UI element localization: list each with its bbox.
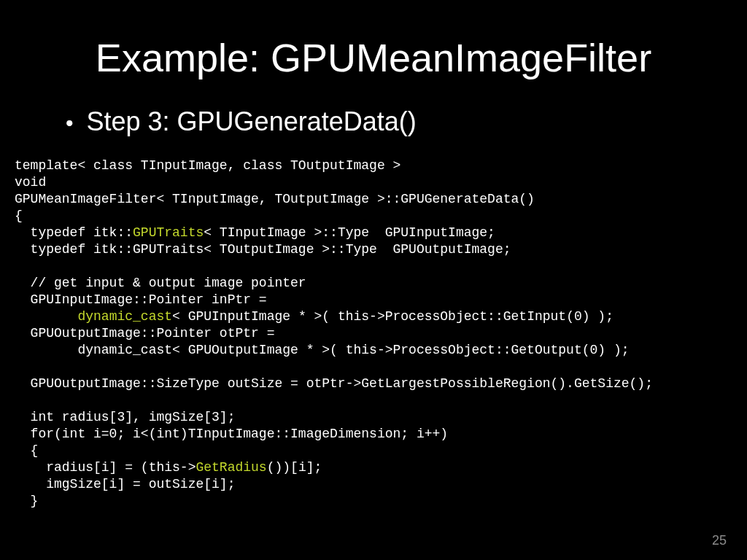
- code-line: template< class TInputImage, class TOutp…: [15, 158, 400, 173]
- page-number: 25: [712, 533, 727, 548]
- slide: Example: GPUMeanImageFilter • Step 3: GP…: [0, 0, 747, 560]
- code-line: GPUOutputImage::Pointer otPtr =: [15, 326, 282, 341]
- code-line: // get input & output image pointer: [15, 276, 306, 290]
- code-line: int radius[3], imgSize[3];: [15, 410, 235, 424]
- code-line: imgSize[i] = outSize[i];: [15, 477, 235, 491]
- code-line: GPUOutputImage::SizeType outSize = otPtr…: [15, 376, 653, 391]
- code-line: }: [15, 494, 38, 508]
- code-line: < GPUInputImage * >( this->ProcessObject…: [172, 309, 614, 324]
- code-line: typedef itk::GPUTraits< TOutputImage >::…: [15, 242, 511, 257]
- code-block: template< class TInputImage, class TOutp…: [0, 158, 747, 510]
- highlight-gputraits: GPUTraits: [133, 225, 204, 240]
- bullet-item: • Step 3: GPUGenerateData(): [66, 106, 747, 137]
- bullet-dot-icon: •: [66, 112, 74, 134]
- code-line: GPUMeanImageFilter< TInputImage, TOutput…: [15, 192, 535, 206]
- code-line: < TInputImage >::Type GPUInputImage;: [204, 225, 495, 240]
- code-line: void: [15, 175, 46, 190]
- code-line: dynamic_cast< GPUOutputImage * >( this->…: [15, 343, 630, 357]
- code-line: radius[i] = (this->: [15, 460, 196, 475]
- code-line: {: [15, 209, 23, 223]
- code-line: GPUInputImage::Pointer inPtr =: [15, 292, 274, 307]
- code-line: {: [15, 443, 38, 458]
- code-line: typedef itk::: [15, 225, 133, 240]
- bullet-text: Step 3: GPUGenerateData(): [87, 106, 417, 137]
- code-line: for(int i=0; i<(int)TInputImage::ImageDi…: [15, 427, 448, 441]
- slide-title: Example: GPUMeanImageFilter: [0, 35, 747, 80]
- highlight-getradius: GetRadius: [196, 460, 266, 475]
- code-line: ())[i];: [267, 460, 322, 475]
- highlight-dynamic-cast: dynamic_cast: [77, 309, 172, 324]
- code-line: [15, 309, 77, 324]
